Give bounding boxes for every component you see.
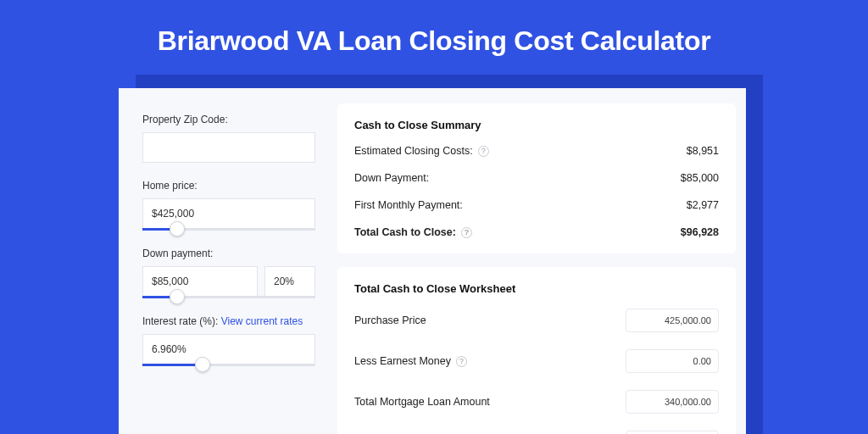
interest-rate-field: Interest rate (%): View current rates <box>142 315 315 366</box>
summary-row-value: $8,951 <box>687 145 719 157</box>
summary-title: Cash to Close Summary <box>354 119 719 131</box>
summary-row: First Monthly Payment: $2,977 <box>354 199 719 211</box>
slider-thumb[interactable] <box>170 221 185 236</box>
down-payment-input[interactable] <box>142 266 258 297</box>
inputs-column: Property Zip Code: Home price: Down paym… <box>119 88 331 434</box>
summary-row-value: $96,928 <box>681 226 719 238</box>
help-icon[interactable]: ? <box>456 356 467 367</box>
home-price-input[interactable] <box>142 198 315 229</box>
down-payment-label: Down payment: <box>142 248 315 259</box>
worksheet-row: Total Second Mortgage Amount <box>354 431 719 434</box>
summary-row: Estimated Closing Costs: ? $8,951 <box>354 145 719 157</box>
page-title: Briarwood VA Loan Closing Cost Calculato… <box>0 0 868 57</box>
worksheet-row-input[interactable] <box>626 309 719 332</box>
worksheet-row-label: Total Mortgage Loan Amount <box>354 396 490 408</box>
slider-thumb[interactable] <box>170 289 185 304</box>
zip-field: Property Zip Code: <box>142 114 315 163</box>
interest-rate-slider[interactable] <box>142 364 315 366</box>
home-price-label: Home price: <box>142 180 315 192</box>
zip-input[interactable] <box>142 132 315 163</box>
zip-label: Property Zip Code: <box>142 114 315 125</box>
interest-label-prefix: Interest rate (%): <box>142 315 221 327</box>
slider-fill <box>142 364 203 366</box>
worksheet-row-input[interactable] <box>626 390 719 414</box>
interest-rate-input[interactable] <box>142 334 315 364</box>
down-payment-slider[interactable] <box>142 296 315 298</box>
view-rates-link[interactable]: View current rates <box>221 315 303 327</box>
worksheet-row-input[interactable] <box>626 349 719 373</box>
summary-row-label: First Monthly Payment: <box>354 199 463 211</box>
calculator-panel: Property Zip Code: Home price: Down paym… <box>119 88 746 434</box>
home-price-field: Home price: <box>142 180 315 231</box>
help-icon[interactable]: ? <box>478 146 489 157</box>
down-payment-pct-input[interactable] <box>264 266 315 297</box>
results-column: Cash to Close Summary Estimated Closing … <box>331 88 746 434</box>
summary-row: Down Payment: $85,000 <box>354 172 719 184</box>
worksheet-row: Less Earnest Money ? <box>354 349 719 373</box>
summary-row-value: $2,977 <box>687 199 719 211</box>
worksheet-card: Total Cash to Close Worksheet Purchase P… <box>337 267 736 434</box>
down-payment-field: Down payment: <box>142 248 315 298</box>
interest-rate-label: Interest rate (%): View current rates <box>142 315 315 327</box>
summary-row-label: Total Cash to Close: <box>354 226 456 238</box>
slider-track <box>142 296 315 298</box>
summary-card: Cash to Close Summary Estimated Closing … <box>337 103 736 253</box>
worksheet-row: Purchase Price <box>354 309 719 332</box>
worksheet-title: Total Cash to Close Worksheet <box>354 282 719 295</box>
summary-row-label: Estimated Closing Costs: <box>354 145 473 157</box>
slider-thumb[interactable] <box>195 357 210 372</box>
summary-row-label: Down Payment: <box>354 172 429 184</box>
worksheet-row-input[interactable] <box>626 431 719 434</box>
worksheet-row: Total Mortgage Loan Amount <box>354 390 719 414</box>
summary-row-value: $85,000 <box>681 172 719 184</box>
worksheet-row-label: Purchase Price <box>354 314 426 326</box>
slider-track <box>142 364 315 366</box>
worksheet-row-label: Less Earnest Money <box>354 355 451 367</box>
home-price-slider[interactable] <box>142 228 315 231</box>
help-icon[interactable]: ? <box>461 227 472 238</box>
slider-track <box>142 228 315 231</box>
summary-row-total: Total Cash to Close: ? $96,928 <box>354 226 719 238</box>
